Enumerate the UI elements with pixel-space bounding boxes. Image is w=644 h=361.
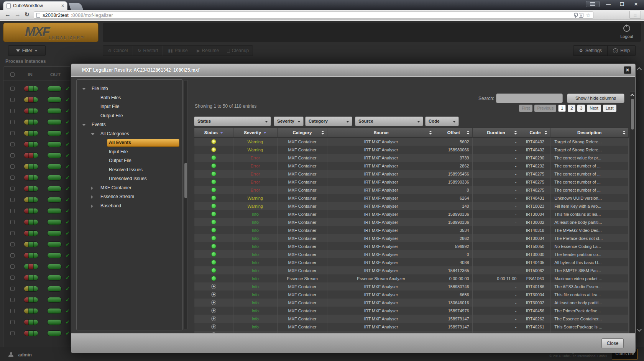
filter-select-severity[interactable]: Severity: [274, 117, 304, 126]
event-row[interactable]: ErrorMXF ContainerIRT MXF Analyser158990…: [194, 178, 629, 186]
row-checkbox[interactable]: [10, 98, 15, 102]
sort-icon[interactable]: [514, 131, 517, 135]
restart-button[interactable]: ↻Restart: [133, 46, 163, 56]
event-row[interactable]: +InfoMXF ContainerIRT MXF Analyser158979…: [194, 323, 629, 331]
process-row[interactable]: ✓: [3, 117, 71, 128]
row-checkbox[interactable]: [10, 176, 15, 180]
row-checkbox[interactable]: [10, 209, 15, 213]
tab-overview-button[interactable]: [586, 1, 600, 7]
event-row[interactable]: InfoMXF ContainerIRT MXF Analyser2862-IR…: [194, 234, 629, 242]
pagination-previous[interactable]: Previous: [534, 105, 556, 112]
row-checkbox[interactable]: [10, 298, 15, 302]
reload-button[interactable]: ↻: [25, 11, 30, 18]
tree-expanded-icon[interactable]: [82, 88, 86, 90]
row-checkbox[interactable]: [10, 164, 15, 169]
pagination-first[interactable]: First: [519, 105, 532, 112]
column-header-offset[interactable]: Offset: [435, 128, 473, 137]
event-row[interactable]: WarningMXF ContainerIRT MXF Analyser140-…: [194, 202, 629, 210]
back-button[interactable]: ←: [5, 11, 11, 18]
row-checkbox[interactable]: [10, 320, 15, 324]
row-checkbox[interactable]: [10, 242, 15, 246]
process-row[interactable]: ✓: [3, 84, 71, 95]
event-row[interactable]: InfoMXF ContainerIRT MXF Analyser1584123…: [194, 266, 629, 274]
forward-button[interactable]: →: [15, 11, 21, 18]
process-row[interactable]: ✓: [3, 284, 71, 295]
row-checkbox[interactable]: [10, 109, 15, 113]
help-button[interactable]: ?Help: [608, 45, 636, 56]
sort-icon[interactable]: [429, 131, 432, 135]
event-row[interactable]: +InfoMXF ContainerIRT MXF Analyser158974…: [194, 307, 629, 315]
translate-icon[interactable]: a: [579, 13, 583, 18]
table-scrollbar[interactable]: [630, 92, 635, 341]
select-all-checkbox[interactable]: [10, 72, 15, 77]
bookmark-star-icon[interactable]: ☆: [586, 12, 591, 19]
row-checkbox[interactable]: [10, 309, 15, 313]
pagination-2[interactable]: 2: [568, 105, 575, 112]
tree-item-all-categories[interactable]: All Categories: [77, 130, 182, 139]
process-row[interactable]: ✓: [3, 139, 71, 150]
new-tab-button[interactable]: [69, 3, 83, 10]
browser-tab[interactable]: CubeWorkflow ×: [3, 1, 67, 10]
event-row[interactable]: +WarningMXF ContainerIRT MXF Analyser560…: [194, 138, 629, 146]
event-row[interactable]: WarningMXF ContainerIRT MXF Analyser6264…: [194, 194, 629, 202]
column-header-severity[interactable]: Severity: [233, 128, 278, 137]
resume-button[interactable]: ▶Resume: [193, 46, 223, 56]
pause-button[interactable]: ▮▮Pause: [163, 46, 192, 56]
row-checkbox[interactable]: [10, 198, 15, 202]
process-row[interactable]: ✓: [3, 217, 71, 228]
event-row[interactable]: ErrorMXF ContainerIRT MXF Analyser158995…: [194, 170, 629, 178]
process-row[interactable]: ✓: [3, 128, 71, 139]
sort-icon[interactable]: [467, 131, 470, 135]
tree-item-resolved-issues[interactable]: Resolved Issues: [77, 166, 182, 175]
event-row[interactable]: +InfoMXF ContainerIRT MXF Analyser158979…: [194, 315, 629, 323]
column-header-category[interactable]: Category: [278, 128, 328, 137]
tree-item-all-events[interactable]: All Events: [77, 138, 182, 148]
tree-collapsed-icon[interactable]: [91, 195, 93, 199]
tree-collapsed-icon[interactable]: [91, 204, 93, 208]
process-row[interactable]: ✓: [3, 195, 71, 206]
search-input[interactable]: [496, 94, 563, 103]
tree-item-output-file[interactable]: Output File: [77, 156, 182, 166]
process-row[interactable]: ✓: [3, 272, 71, 284]
event-row[interactable]: InfoMXF ContainerIRT MXF Analyser0-IRT30…: [194, 250, 629, 258]
process-row[interactable]: ✓: [3, 228, 71, 239]
event-row[interactable]: +InfoMXF ContainerIRT MXF Analyser130646…: [194, 299, 629, 307]
pagination-next[interactable]: Next: [587, 105, 601, 112]
filter-select-status[interactable]: Status: [194, 117, 271, 126]
sort-desc-icon[interactable]: [263, 132, 266, 134]
row-checkbox[interactable]: [10, 264, 15, 269]
logout-button[interactable]: Logout: [618, 24, 636, 39]
tree-item-baseband[interactable]: Baseband: [77, 202, 182, 211]
process-row[interactable]: ✓: [3, 317, 71, 328]
event-row[interactable]: InfoEssence StreamEssence Stream Analyze…: [194, 274, 629, 282]
pagination-3[interactable]: 3: [577, 105, 585, 112]
process-row[interactable]: ✓: [3, 239, 71, 250]
close-window-button[interactable]: ✕: [631, 2, 641, 7]
tree-item-output-file[interactable]: Output File: [77, 112, 182, 121]
event-row[interactable]: InfoMXF ContainerIRT MXF Analyser4088-IR…: [194, 258, 629, 266]
column-header-source[interactable]: Source: [327, 128, 435, 137]
show-hide-columns-button[interactable]: Show / hide columns: [567, 94, 624, 103]
process-row[interactable]: ✓: [3, 95, 71, 106]
event-row[interactable]: ErrorMXF ContainerIRT MXF Analyser3739-I…: [194, 154, 629, 162]
process-row[interactable]: ✓: [3, 328, 71, 339]
sort-icon[interactable]: [544, 131, 547, 135]
close-button[interactable]: Close: [601, 338, 624, 348]
process-row[interactable]: ✓: [3, 184, 71, 195]
row-checkbox[interactable]: [10, 87, 15, 91]
filter-select-source[interactable]: Source: [355, 117, 423, 126]
restore-button[interactable]: ❐: [617, 2, 627, 7]
event-row[interactable]: +InfoMXF ContainerIRT MXF Analyser6656-I…: [194, 290, 629, 299]
column-header-description[interactable]: Description: [550, 128, 629, 137]
row-checkbox[interactable]: [10, 187, 15, 191]
event-row[interactable]: InfoMXF ContainerIRT MXF Analyser1589903…: [194, 210, 629, 218]
tree-scrollbar[interactable]: [184, 80, 188, 329]
row-checkbox[interactable]: [10, 131, 15, 135]
tree-item-events[interactable]: Events: [77, 120, 182, 130]
process-row[interactable]: ✓: [3, 172, 71, 184]
row-checkbox[interactable]: [10, 120, 15, 124]
table-scroll-up-icon[interactable]: [631, 94, 634, 98]
column-header-code[interactable]: Code: [520, 128, 551, 137]
modal-title-bar[interactable]: MXF Legalizer Results: AC234312861342_10…: [71, 64, 635, 76]
event-row[interactable]: InfoMXF ContainerIRT MXF Analyser1589903…: [194, 218, 629, 226]
